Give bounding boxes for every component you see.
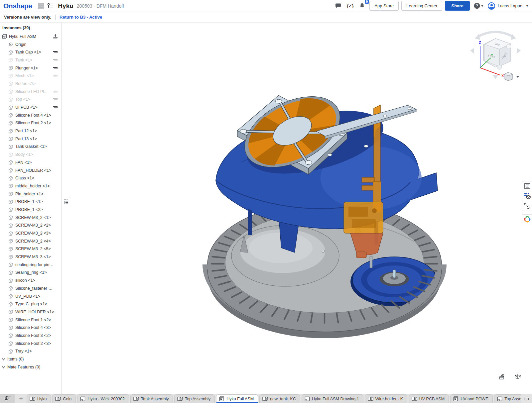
feature-script-icon[interactable]: {✓} (345, 1, 355, 11)
tab-scroll-left-icon[interactable]: ‹ (524, 396, 526, 401)
tree-item[interactable]: Origin (0, 41, 61, 49)
document-tab[interactable]: Tank Assembly (130, 394, 173, 403)
tree-section-mate-features[interactable]: Mate Features (0) (0, 363, 61, 371)
tree-item[interactable]: silicon <1> (0, 276, 61, 284)
tab-scroll-right-icon[interactable]: › (528, 396, 529, 401)
origin-icon (8, 42, 13, 47)
tree-item[interactable]: Tank Cap <1> (0, 48, 61, 56)
graphics-area[interactable]: Top Front Right Z X Y (62, 23, 532, 394)
tree-item[interactable]: Part 13 <1> (0, 135, 61, 143)
share-button[interactable]: Share (445, 1, 469, 11)
tree-item[interactable]: SCREW-M3_2 <2> (0, 222, 61, 230)
tree-item[interactable]: Silicone Foot 2 <3> (0, 340, 61, 348)
tree-item[interactable]: WIRE_HOLDER <1> (0, 308, 61, 316)
notifications-icon[interactable]: 5 (357, 1, 367, 11)
tree-item[interactable]: FAN_HOLDER <1> (0, 166, 61, 174)
document-tab[interactable]: Top Assembly (174, 394, 215, 403)
tab-search-button[interactable] (0, 394, 15, 403)
tree-item[interactable]: Tank Gasket <1> (0, 143, 61, 151)
svg-text:X: X (501, 74, 504, 78)
tree-item[interactable]: Sealing_ring <1> (0, 269, 61, 277)
tree-item[interactable]: SCREW-M3_2 <1> (0, 214, 61, 222)
tree-item[interactable]: Silicone LED Pl... (0, 88, 61, 96)
tree-item[interactable]: Part 12 <1> (0, 127, 61, 135)
configuration-panel-button[interactable] (522, 201, 532, 211)
view-mode-cube-icon[interactable] (504, 72, 519, 81)
tree-item[interactable]: SCREW-M3_3 <1> (0, 253, 61, 261)
tree-item[interactable]: Tank <1> (0, 56, 61, 64)
tree-section-label: Items (0) (7, 357, 24, 361)
mass-properties-icon[interactable] (514, 373, 521, 380)
bom-table-panel-button[interactable] (522, 191, 532, 201)
tree-item[interactable]: Tray <1> (0, 348, 61, 355)
document-tab[interactable]: Hyku - Wick 200302 (77, 394, 129, 403)
tree-item[interactable]: PROBE_1 <1> (0, 198, 61, 206)
document-tab[interactable]: Wire holder - KC (365, 394, 407, 403)
tree-item[interactable]: Glass <1> (0, 174, 61, 182)
appearance-panel-button[interactable] (522, 214, 532, 224)
tree-item[interactable]: PROBE_1 <2> (0, 206, 61, 214)
tree-item[interactable]: Silicone Foot 4 <3> (0, 324, 61, 332)
tree-item[interactable]: UI PCB <1> (0, 103, 61, 111)
document-tab[interactable]: UV and POWER (450, 394, 493, 403)
tree-item-label: Plunger <1> (15, 66, 38, 70)
tree-item[interactable]: Type-C_plug <1> (0, 300, 61, 308)
tree-item[interactable]: SCREW-M3_2 <3> (0, 229, 61, 237)
tree-item[interactable]: Hyku Full ASM (0, 33, 61, 41)
document-tab[interactable]: Coin (52, 394, 76, 403)
tree-item[interactable]: UV_PDB <1> (0, 292, 61, 300)
version-tree-icon[interactable] (46, 1, 55, 11)
tree-item[interactable]: SCREW-M3_2 <5> (0, 245, 61, 253)
document-tab[interactable]: UV PCB ASM (409, 394, 449, 403)
tree-item-label: SCREW-M3_2 <3> (15, 231, 51, 236)
document-tab[interactable]: Hyku Full ASM Drawing 1 (302, 394, 363, 403)
tree-item[interactable]: Silicone Foot 4 <1> (0, 111, 61, 119)
document-tab[interactable]: new_tank_KC (259, 394, 300, 403)
feature-list-panel-button[interactable] (522, 181, 532, 191)
measure-tools (499, 373, 521, 380)
document-tab[interactable]: Top Assembly Drawing 1 (494, 394, 521, 403)
main-menu-icon[interactable] (37, 1, 46, 11)
measure-icon[interactable] (499, 373, 506, 380)
tab-label: UV PCB ASM (419, 397, 445, 401)
tree-item[interactable]: Mesh <1> (0, 72, 61, 80)
tree-item[interactable]: Plunger <1> (0, 64, 61, 72)
tree-item[interactable]: sealing ring for pin <1> (0, 261, 61, 269)
tree-item[interactable]: Silicone Foot 2 <1> (0, 119, 61, 127)
tab-label: Top Assembly Drawing 1 (504, 397, 521, 401)
return-to-active-link[interactable]: Return to B3 - Active (60, 15, 102, 20)
tree-item-label: WIRE_HOLDER <1> (15, 310, 54, 314)
instances-panel: Instances (39) Hyku Full ASMOriginTank C… (0, 23, 62, 394)
user-menu-caret-icon[interactable]: ▼ (526, 4, 529, 8)
onshape-logo[interactable]: Onshape (3, 2, 32, 10)
tree-item[interactable]: FAN <1> (0, 158, 61, 166)
document-tab[interactable]: Hyku (27, 394, 51, 403)
tree-item[interactable]: Button <1> (0, 80, 61, 88)
tree-item-label: Tank Cap <1> (15, 50, 41, 54)
instances-header: Instances (39) (0, 23, 61, 33)
tree-item[interactable]: Silicone Foot 3 <2> (0, 332, 61, 340)
assembly-tab-icon (453, 396, 459, 401)
document-title: Hyku (58, 2, 73, 10)
tree-item[interactable]: Body <1> (0, 151, 61, 158)
user-name[interactable]: Lucas Lappe (498, 3, 522, 8)
user-avatar[interactable] (488, 2, 495, 10)
tree-item[interactable]: Top <1> (0, 96, 61, 104)
tree-item[interactable]: Silicone Foot 1 <2> (0, 316, 61, 324)
tree-item[interactable]: SCREW-M3_2 <4> (0, 237, 61, 245)
document-tab-active[interactable]: Hyku Full ASM (216, 394, 258, 403)
tree-section-items[interactable]: Items (0) (0, 355, 61, 363)
add-tab-button[interactable]: + (15, 394, 27, 403)
tree-item[interactable]: Pin_holder <1> (0, 190, 61, 198)
learning-center-button[interactable]: Learning Center (401, 1, 442, 11)
view-cube[interactable]: Top Front Right Z X Y (469, 27, 522, 81)
tree-item-label: FAN <1> (15, 160, 32, 165)
comments-icon[interactable] (333, 1, 343, 11)
view-cube-body[interactable]: Top Front Right (483, 39, 511, 69)
tree-item[interactable]: Silicone_fastener <1> (0, 284, 61, 292)
help-icon[interactable]: ? ▼ (472, 1, 485, 11)
app-store-button[interactable]: App Store (369, 1, 399, 11)
part-icon (8, 105, 13, 110)
tree-item[interactable]: middle_holder <1> (0, 182, 61, 190)
panel-collapse-handle[interactable] (62, 197, 71, 206)
